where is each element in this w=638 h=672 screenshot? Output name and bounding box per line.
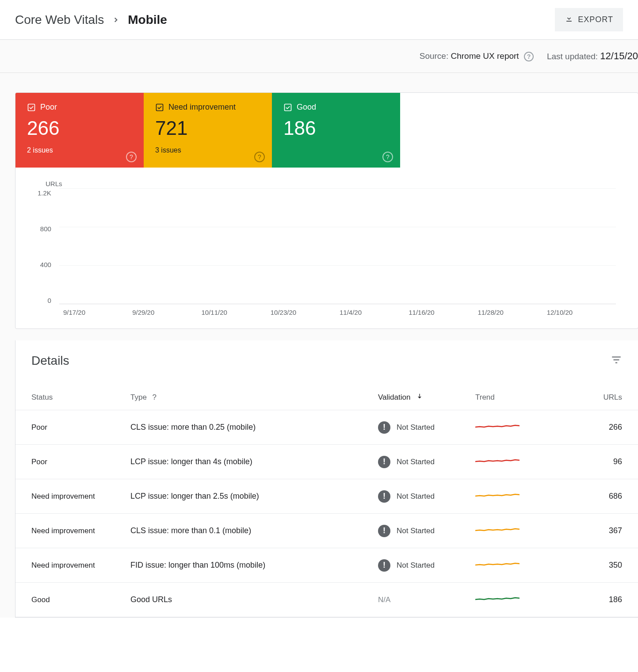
cell-status: Need improvement <box>15 548 126 583</box>
last-updated-value: 12/15/20 <box>600 50 638 61</box>
breadcrumb: Core Web Vitals Mobile <box>15 13 167 27</box>
chart-x-axis: 9/17/209/29/2010/11/2010/23/2011/4/2011/… <box>63 309 616 316</box>
tile-count: 721 <box>155 117 260 139</box>
table-row[interactable]: GoodGood URLsN/A186 <box>15 583 638 617</box>
cell-status: Good <box>15 583 126 617</box>
table-row[interactable]: Need improvementLCP issue: longer than 2… <box>15 479 638 514</box>
help-icon[interactable]: ? <box>254 152 265 162</box>
checkbox-checked-icon <box>27 103 36 112</box>
cell-status: Need improvement <box>15 514 126 548</box>
cell-trend <box>471 479 568 514</box>
cell-validation: N/A <box>374 583 471 617</box>
table-row[interactable]: PoorLCP issue: longer than 4s (mobile)!N… <box>15 445 638 479</box>
chevron-right-icon <box>112 13 120 27</box>
summary-tiles: Poor 266 2 issues ? Need improvement 721… <box>15 93 638 168</box>
checkbox-checked-icon <box>155 103 164 112</box>
cell-type: LCP issue: longer than 2.5s (mobile) <box>126 479 374 514</box>
cell-urls: 686 <box>568 479 638 514</box>
source-info: Source: Chrome UX report ? <box>420 51 534 61</box>
tile-poor[interactable]: Poor 266 2 issues ? <box>15 93 144 168</box>
last-updated: Last updated: 12/15/20 <box>547 50 638 62</box>
col-header-validation-label: Validation <box>378 393 410 401</box>
alert-icon: ! <box>378 490 390 503</box>
tile-count: 266 <box>27 117 132 139</box>
help-icon[interactable]: ? <box>126 152 137 162</box>
export-label: EXPORT <box>578 15 613 24</box>
cell-validation: !Not Started <box>374 514 471 548</box>
source-value: Chrome UX report <box>451 51 519 61</box>
svg-rect-2 <box>285 104 291 111</box>
help-icon[interactable]: ? <box>524 52 534 61</box>
col-header-type[interactable]: Type ? <box>126 385 374 410</box>
help-icon[interactable]: ? <box>153 393 157 401</box>
col-header-trend[interactable]: Trend <box>471 385 568 410</box>
cell-trend <box>471 410 568 445</box>
cell-urls: 96 <box>568 445 638 479</box>
tile-issues: 3 issues <box>155 146 260 154</box>
cell-validation: !Not Started <box>374 445 471 479</box>
cell-type: FID issue: longer than 100ms (mobile) <box>126 548 374 583</box>
source-label: Source: <box>420 51 451 61</box>
alert-icon: ! <box>378 456 390 468</box>
col-header-urls[interactable]: URLs <box>568 385 638 410</box>
alert-icon: ! <box>378 559 390 572</box>
details-title: Details <box>31 354 69 368</box>
cell-type: CLS issue: more than 0.25 (mobile) <box>126 410 374 445</box>
cell-urls: 367 <box>568 514 638 548</box>
export-button[interactable]: EXPORT <box>555 8 623 31</box>
tile-label: Need improvement <box>168 103 236 112</box>
chart-y-axis: 1.2K8004000 <box>38 188 51 304</box>
svg-rect-1 <box>157 104 163 111</box>
table-row[interactable]: PoorCLS issue: more than 0.25 (mobile)!N… <box>15 410 638 445</box>
urls-chart: URLs 1.2K8004000 9/17/209/29/2010/11/201… <box>15 168 638 328</box>
cell-type: Good URLs <box>126 583 374 617</box>
col-header-status[interactable]: Status <box>15 385 126 410</box>
download-icon <box>565 14 573 25</box>
breadcrumb-parent[interactable]: Core Web Vitals <box>15 13 104 27</box>
tile-label: Good <box>297 103 316 112</box>
table-row[interactable]: Need improvementCLS issue: more than 0.1… <box>15 514 638 548</box>
tile-good[interactable]: Good 186 ? <box>272 93 400 168</box>
tile-label: Poor <box>40 103 57 112</box>
cell-urls: 266 <box>568 410 638 445</box>
cell-status: Need improvement <box>15 479 126 514</box>
tile-need-improvement[interactable]: Need improvement 721 3 issues ? <box>144 93 272 168</box>
details-card: Details Status Type ? Validation <box>15 340 638 618</box>
table-row[interactable]: Need improvementFID issue: longer than 1… <box>15 548 638 583</box>
cell-type: CLS issue: more than 0.1 (mobile) <box>126 514 374 548</box>
filter-icon[interactable] <box>611 354 622 367</box>
cell-urls: 186 <box>568 583 638 617</box>
cell-trend <box>471 514 568 548</box>
help-icon[interactable]: ? <box>382 152 393 162</box>
breadcrumb-current: Mobile <box>128 13 167 27</box>
cell-type: LCP issue: longer than 4s (mobile) <box>126 445 374 479</box>
summary-card: Poor 266 2 issues ? Need improvement 721… <box>15 92 638 329</box>
cell-status: Poor <box>15 410 126 445</box>
details-table: Status Type ? Validation Trend URLs P <box>15 385 638 617</box>
cell-trend <box>471 548 568 583</box>
chart-plot-area <box>59 188 616 304</box>
cell-urls: 350 <box>568 548 638 583</box>
col-header-validation[interactable]: Validation <box>374 385 471 410</box>
cell-status: Poor <box>15 445 126 479</box>
meta-bar: Source: Chrome UX report ? Last updated:… <box>0 40 638 73</box>
alert-icon: ! <box>378 525 390 537</box>
cell-trend <box>471 583 568 617</box>
tile-issues: 2 issues <box>27 146 132 154</box>
cell-validation: !Not Started <box>374 410 471 445</box>
alert-icon: ! <box>378 421 390 434</box>
last-updated-label: Last updated: <box>547 52 600 61</box>
tile-count: 186 <box>283 117 389 139</box>
checkbox-checked-icon <box>283 103 292 112</box>
cell-validation: !Not Started <box>374 548 471 583</box>
svg-rect-0 <box>28 104 35 111</box>
cell-trend <box>471 445 568 479</box>
sort-descending-icon <box>416 393 423 402</box>
top-bar: Core Web Vitals Mobile EXPORT <box>0 0 638 40</box>
col-header-type-label: Type <box>130 393 147 401</box>
chart-y-title: URLs <box>46 180 616 187</box>
cell-validation: !Not Started <box>374 479 471 514</box>
